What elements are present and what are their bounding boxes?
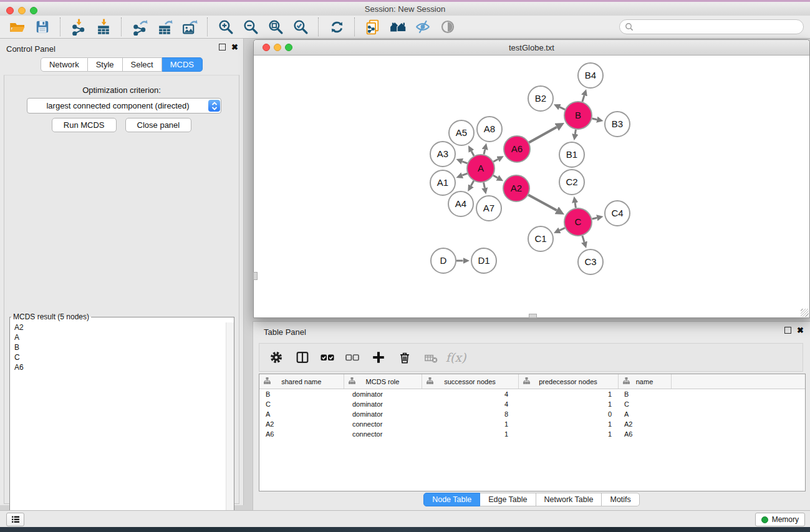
graph-edge-C-C2[interactable]: [575, 203, 576, 208]
graph-edge-B-B4[interactable]: [582, 95, 584, 102]
close-panel-icon[interactable]: ✖: [231, 44, 238, 51]
graph-node-A4[interactable]: A4: [448, 191, 473, 216]
table-settings-button[interactable]: [267, 348, 286, 367]
graph-node-A[interactable]: A: [467, 155, 494, 182]
graph-edge-A-A3[interactable]: [462, 162, 467, 163]
import-network-button[interactable]: [69, 17, 89, 37]
graph-edge-A-A5[interactable]: [471, 151, 474, 155]
graph-edge-A6-B[interactable]: [529, 127, 557, 143]
result-item[interactable]: A: [11, 332, 226, 342]
graph-node-D1[interactable]: D1: [471, 248, 496, 273]
result-scrollbar[interactable]: [226, 322, 234, 518]
window-edge-grip[interactable]: [253, 272, 258, 280]
function-builder-button[interactable]: f(x): [446, 348, 465, 367]
result-item[interactable]: B: [11, 342, 226, 352]
table-tab-edge-table[interactable]: Edge Table: [480, 493, 536, 506]
graph-node-D[interactable]: D: [431, 248, 456, 273]
graph-edge-A-A4[interactable]: [471, 181, 473, 186]
graph-node-C3[interactable]: C3: [578, 249, 603, 274]
table-tab-network-table[interactable]: Network Table: [536, 493, 602, 506]
result-item[interactable]: A2: [11, 322, 226, 332]
graph-edge-C-C1[interactable]: [560, 228, 566, 230]
open-session-button[interactable]: [7, 17, 27, 37]
run-mcds-button[interactable]: Run MCDS: [52, 118, 117, 132]
duplicate-network-button[interactable]: [363, 17, 383, 37]
home-view-button[interactable]: [388, 17, 408, 37]
graph-node-B2[interactable]: B2: [528, 86, 553, 111]
table-row[interactable]: Adominator80A: [259, 409, 805, 419]
table-tab-node-table[interactable]: Node Table: [423, 493, 480, 506]
graph-node-A2[interactable]: A2: [503, 175, 529, 201]
app-titlebar[interactable]: Session: New Session: [0, 2, 810, 16]
hide-others-button[interactable]: [413, 17, 433, 37]
split-column-button[interactable]: [293, 348, 312, 367]
float-panel-icon[interactable]: [219, 44, 226, 51]
graph-edge-B-B3[interactable]: [592, 118, 597, 120]
import-table-button[interactable]: [94, 17, 113, 37]
search-input[interactable]: [636, 21, 803, 33]
save-session-button[interactable]: [32, 17, 52, 37]
zoom-fit-button[interactable]: [266, 17, 286, 37]
select-all-button[interactable]: [318, 348, 337, 367]
criterion-select[interactable]: largest connected component (directed): [27, 98, 221, 114]
table-row[interactable]: A6connector11A6: [259, 429, 805, 439]
window-edge-grip[interactable]: [529, 314, 537, 318]
graph-node-A8[interactable]: A8: [477, 117, 502, 142]
tab-network[interactable]: Network: [41, 57, 88, 72]
graph-edge-B-B1[interactable]: [575, 130, 576, 134]
network-canvas[interactable]: B4B2BB3A8A5A6A3B1AA1C2A2A4A7C4CC1C3DD1: [254, 55, 809, 317]
add-column-button[interactable]: [369, 348, 388, 367]
zoom-out-button[interactable]: [241, 17, 261, 37]
delete-column-button[interactable]: [395, 348, 414, 367]
graph-node-C2[interactable]: C2: [559, 170, 584, 195]
unselect-all-button[interactable]: [343, 348, 362, 367]
export-image-button[interactable]: [180, 17, 200, 37]
result-item[interactable]: A6: [11, 362, 226, 372]
refresh-view-button[interactable]: [327, 17, 347, 37]
column-header-successor-nodes[interactable]: successor nodes: [422, 374, 518, 389]
zoom-in-button[interactable]: [216, 17, 236, 37]
table-row[interactable]: Bdominator41B: [259, 389, 805, 400]
graph-edge-A-A7[interactable]: [484, 183, 485, 188]
tab-select[interactable]: Select: [123, 57, 162, 72]
graph-node-C[interactable]: C: [564, 208, 592, 236]
zoom-selected-button[interactable]: [291, 17, 311, 37]
graph-edge-A2-C[interactable]: [528, 195, 557, 211]
graph-edge-A-A2[interactable]: [493, 175, 498, 178]
graph-edge-C-C4[interactable]: [592, 218, 597, 219]
graph-node-A1[interactable]: A1: [430, 170, 455, 195]
graph-node-A3[interactable]: A3: [430, 142, 455, 167]
export-network-button[interactable]: [130, 17, 150, 37]
graph-node-A7[interactable]: A7: [476, 196, 501, 221]
float-panel-icon[interactable]: [784, 327, 791, 334]
graph-edge-C-C3[interactable]: [582, 236, 584, 242]
memory-button[interactable]: Memory: [755, 513, 805, 526]
graph-edge-A-A6[interactable]: [493, 159, 498, 162]
table-tab-motifs[interactable]: Motifs: [602, 493, 639, 506]
destroy-table-button[interactable]: [422, 348, 440, 367]
graph-edge-A-A1[interactable]: [462, 173, 467, 175]
graph-node-B[interactable]: B: [564, 102, 592, 129]
column-header-predecessor-nodes[interactable]: predecessor nodes: [518, 374, 618, 389]
column-header-shared-name[interactable]: shared name: [259, 374, 344, 389]
close-panel-button[interactable]: Close panel: [125, 118, 192, 132]
graph-node-B1[interactable]: B1: [559, 142, 584, 167]
graph-node-C1[interactable]: C1: [528, 226, 553, 251]
export-table-button[interactable]: [155, 17, 175, 37]
table-row[interactable]: A2connector11A2: [259, 419, 805, 429]
close-panel-icon[interactable]: ✖: [797, 327, 804, 334]
graph-node-A6[interactable]: A6: [504, 136, 530, 162]
graph-edge-A-A8[interactable]: [484, 150, 485, 155]
graph-node-C4[interactable]: C4: [605, 201, 630, 226]
graph-node-B3[interactable]: B3: [605, 112, 630, 137]
graph-edge-B-B2[interactable]: [560, 107, 566, 110]
graph-node-B4[interactable]: B4: [578, 63, 603, 88]
network-window-titlebar[interactable]: testGlobe.txt: [254, 40, 809, 56]
column-header-MCDS-role[interactable]: MCDS role: [344, 374, 422, 389]
tab-style[interactable]: Style: [88, 57, 123, 72]
resize-grip-icon[interactable]: [801, 309, 809, 317]
table-row[interactable]: Cdominator41C: [259, 399, 805, 409]
column-header-name[interactable]: name: [618, 374, 671, 389]
graph-node-A5[interactable]: A5: [449, 120, 474, 145]
show-all-button[interactable]: [438, 17, 458, 37]
